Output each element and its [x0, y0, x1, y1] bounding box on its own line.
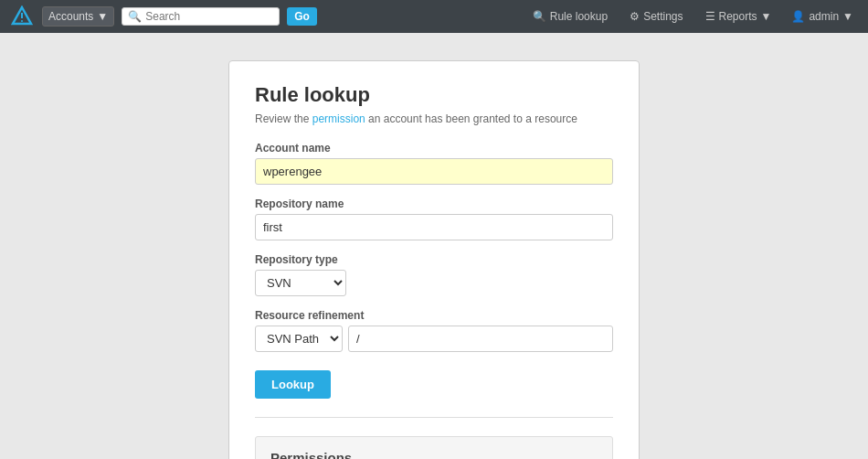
- repo-name-label: Repository name: [255, 197, 613, 210]
- reports-label: Reports: [719, 10, 757, 23]
- resource-refinement-group: Resource refinement SVN Path Git Path: [255, 309, 613, 352]
- user-icon: 👤: [791, 10, 805, 23]
- user-chevron-icon: ▼: [842, 10, 853, 23]
- navbar: Accounts ▼ 🔍 Go 🔍 Rule lookup ⚙ Settings…: [0, 0, 868, 33]
- repo-type-select[interactable]: SVN Git Mercurial: [255, 270, 346, 296]
- permissions-section: Permissions Type Result Team Rule ReadAL…: [255, 436, 613, 459]
- gear-icon: ⚙: [630, 10, 640, 23]
- reports-link[interactable]: ☰ Reports ▼: [698, 6, 779, 27]
- form-subtitle: Review the permission an account has bee…: [255, 112, 613, 125]
- search-icon: 🔍: [128, 10, 142, 23]
- account-name-label: Account name: [255, 142, 613, 155]
- reports-chevron-icon: ▼: [761, 10, 772, 23]
- search-input[interactable]: [145, 10, 273, 23]
- accounts-chevron-icon: ▼: [97, 10, 108, 23]
- svg-point-2: [21, 20, 23, 22]
- settings-link[interactable]: ⚙ Settings: [622, 6, 690, 27]
- go-button[interactable]: Go: [287, 7, 317, 26]
- refinement-value-input[interactable]: [348, 326, 613, 352]
- permission-link[interactable]: permission: [312, 112, 365, 125]
- accounts-selector[interactable]: Accounts ▼: [42, 6, 114, 27]
- resource-refinement-row: SVN Path Git Path: [255, 326, 613, 352]
- refinement-type-select[interactable]: SVN Path Git Path: [255, 326, 343, 352]
- app-logo[interactable]: [9, 4, 35, 29]
- page-title: Rule lookup: [255, 83, 613, 107]
- user-menu[interactable]: 👤 admin ▼: [786, 6, 859, 27]
- page-content: Rule lookup Review the permission an acc…: [0, 33, 868, 459]
- account-name-group: Account name: [255, 142, 613, 185]
- search-icon: 🔍: [533, 10, 546, 23]
- admin-label: admin: [809, 10, 839, 23]
- reports-icon: ☰: [705, 10, 715, 23]
- repo-name-group: Repository name: [255, 197, 613, 240]
- rule-lookup-label: Rule lookup: [550, 10, 608, 23]
- section-divider: [255, 417, 613, 418]
- resource-refinement-label: Resource refinement: [255, 309, 613, 322]
- lookup-button[interactable]: Lookup: [255, 370, 331, 399]
- rule-lookup-link[interactable]: 🔍 Rule lookup: [525, 6, 615, 27]
- search-box: 🔍: [122, 7, 280, 26]
- repo-name-input[interactable]: [255, 214, 613, 240]
- repo-type-group: Repository type SVN Git Mercurial: [255, 253, 613, 296]
- rule-lookup-card: Rule lookup Review the permission an acc…: [228, 60, 640, 459]
- settings-label: Settings: [643, 10, 683, 23]
- account-name-input[interactable]: [255, 158, 613, 185]
- repo-type-label: Repository type: [255, 253, 613, 266]
- accounts-label: Accounts: [48, 10, 93, 23]
- permissions-title: Permissions: [270, 450, 598, 459]
